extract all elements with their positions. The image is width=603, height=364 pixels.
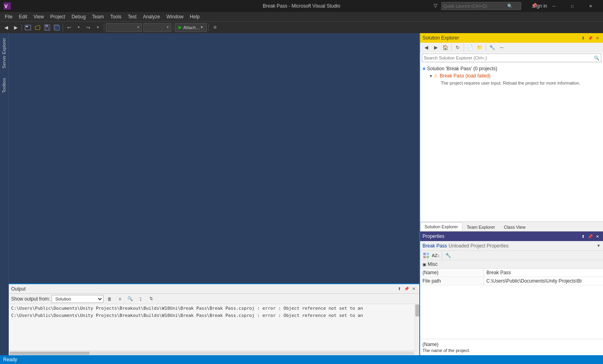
- output-close-button[interactable]: ✕: [411, 286, 417, 292]
- tb-solution-platform-dropdown[interactable]: ▼: [143, 23, 171, 32]
- minimize-button[interactable]: ─: [545, 0, 563, 12]
- se-tree: ■ Solution 'Break Pass' (0 projects) ▼ ⚠…: [420, 63, 603, 222]
- tb-open-button[interactable]: [33, 23, 42, 32]
- prop-category-button[interactable]: [422, 251, 430, 260]
- prop-alpha-button[interactable]: AZ↕: [431, 251, 440, 260]
- tb-redo-button[interactable]: ↪: [84, 23, 93, 32]
- output-line-1: C:\Users\Public\Documents\Unity Projects…: [11, 305, 412, 312]
- tb-save-all-button[interactable]: [52, 23, 61, 32]
- menu-file[interactable]: File: [2, 12, 16, 21]
- se-show-files-button[interactable]: ─: [497, 43, 506, 52]
- restore-button[interactable]: □: [563, 0, 581, 12]
- prop-content: ▣ Misc (Name) Break Pass File path C:\Us…: [420, 260, 603, 339]
- prop-section-misc-label: Misc: [428, 261, 438, 267]
- output-title-bar: Output ⬆ 📌 ✕: [9, 284, 419, 294]
- se-solution-node[interactable]: ■ Solution 'Break Pass' (0 projects): [420, 65, 603, 72]
- tb-separator-1: [22, 24, 22, 31]
- tb-undo-dropdown[interactable]: ▼: [74, 23, 83, 32]
- se-error-message: The project requires user input. Reload …: [420, 79, 603, 87]
- output-pin-button[interactable]: 📌: [403, 286, 410, 292]
- prop-header: Break Pass Unloaded Project Properties ▼: [420, 241, 603, 251]
- se-project-node[interactable]: ▼ ⚠ Break Pass (load failed): [420, 72, 603, 79]
- menu-tools[interactable]: Tools: [107, 12, 125, 21]
- tb-separator-3: [104, 24, 104, 31]
- tb-separator-4: [173, 24, 173, 31]
- menu-help[interactable]: Help: [186, 12, 203, 21]
- se-pin-button[interactable]: 📌: [587, 35, 593, 41]
- menu-analyze[interactable]: Analyze: [140, 12, 163, 21]
- prop-pin-button[interactable]: 📌: [587, 233, 593, 239]
- se-close-button[interactable]: ✕: [594, 35, 601, 41]
- se-search-input[interactable]: [422, 55, 592, 60]
- se-title: Solution Explorer: [422, 35, 580, 41]
- se-home-button[interactable]: 🏠: [441, 43, 450, 52]
- signin-button[interactable]: Sign in: [532, 3, 547, 9]
- svg-rect-8: [55, 26, 60, 30]
- menu-view[interactable]: View: [30, 12, 47, 21]
- output-hscrollbar[interactable]: [9, 350, 415, 355]
- prop-header-dropdown[interactable]: ▼: [597, 243, 601, 248]
- prop-value-filepath: C:\Users\Public\Documents\Unity Projects…: [484, 277, 603, 285]
- prop-expand-button[interactable]: ⬆: [580, 233, 586, 239]
- se-tab-team-explorer[interactable]: Team Explorer: [462, 222, 500, 231]
- output-content: C:\Users\Public\Documents\Unity Projects…: [9, 304, 415, 350]
- tb-forward-button[interactable]: ▶: [11, 23, 20, 32]
- se-add-button[interactable]: 📁: [475, 43, 484, 52]
- se-search-box[interactable]: 🔍: [422, 53, 601, 62]
- se-back-button[interactable]: ◀: [422, 43, 430, 52]
- menu-project[interactable]: Project: [47, 12, 68, 21]
- filter-icon[interactable]: ▽: [434, 3, 437, 8]
- tb-undo-button[interactable]: ↩: [65, 23, 73, 32]
- prop-key-name: (Name): [420, 269, 484, 277]
- prop-close-button[interactable]: ✕: [594, 233, 601, 239]
- output-extra-button[interactable]: ⇅: [147, 295, 155, 303]
- output-vscroll-thumb[interactable]: [415, 305, 419, 317]
- output-hscroll-thumb[interactable]: [10, 352, 89, 355]
- output-hscroll-track[interactable]: [10, 352, 414, 355]
- editor-area: Output ⬆ 📌 ✕ Show output from: Solution …: [9, 33, 419, 355]
- quick-launch-box[interactable]: 🔍: [441, 2, 521, 10]
- status-bar: Ready: [0, 355, 603, 364]
- tb-save-button[interactable]: [43, 23, 52, 32]
- tb-new-project-button[interactable]: [24, 23, 32, 32]
- output-word-wrap2[interactable]: ⤵: [136, 295, 145, 303]
- se-properties-button[interactable]: 🔧: [488, 43, 496, 52]
- svg-rect-12: [426, 256, 429, 258]
- se-forward-button[interactable]: ▶: [431, 43, 440, 52]
- output-bottom: C:\Users\Public\Documents\Unity Projects…: [9, 304, 419, 355]
- menu-window[interactable]: Window: [163, 12, 187, 21]
- prop-pages-button[interactable]: 🔧: [444, 251, 452, 260]
- close-button[interactable]: ✕: [581, 0, 600, 12]
- tb-attach-arrow[interactable]: ▼: [200, 26, 203, 29]
- tb-redo-dropdown[interactable]: ▼: [93, 23, 102, 32]
- menu-team[interactable]: Team: [89, 12, 107, 21]
- server-explorer-tab[interactable]: Server Explorer: [0, 33, 8, 73]
- se-tab-class-view[interactable]: Class View: [500, 222, 530, 231]
- toolbox-tab[interactable]: Toolbox: [0, 73, 8, 98]
- output-find-button[interactable]: 🔍: [126, 295, 135, 303]
- status-text: Ready: [3, 357, 17, 362]
- tb-solution-config-dropdown[interactable]: ▼: [106, 23, 142, 32]
- menu-edit[interactable]: Edit: [16, 12, 30, 21]
- prop-panel-controls: ⬆ 📌 ✕: [580, 233, 601, 239]
- se-expand-button[interactable]: ⬆: [580, 35, 586, 41]
- menu-test[interactable]: Test: [125, 12, 140, 21]
- se-tab-solution-explorer[interactable]: Solution Explorer: [420, 222, 462, 231]
- left-panel: Server Explorer Toolbox: [0, 33, 9, 355]
- tb-back-button[interactable]: ◀: [2, 23, 10, 32]
- se-toolbar: ◀ ▶ 🏠 ↻ 📄 📁 🔧 ─: [420, 43, 603, 52]
- prop-title-bar: Properties ⬆ 📌 ✕: [420, 231, 603, 241]
- tb-extra-button[interactable]: ⚙: [210, 23, 219, 32]
- menu-debug[interactable]: Debug: [68, 12, 89, 21]
- output-clear-button[interactable]: 🗑: [105, 295, 114, 303]
- se-project-arrow[interactable]: ▼: [429, 74, 433, 78]
- tb-attach-button[interactable]: ▶ Attach... ▼: [175, 23, 207, 32]
- output-vscrollbar[interactable]: [415, 304, 419, 355]
- se-new-solution-button[interactable]: 📄: [466, 43, 474, 52]
- se-sync-button[interactable]: ↻: [453, 43, 462, 52]
- output-source-select[interactable]: Solution Build Debug: [52, 295, 103, 303]
- output-expand-button[interactable]: ⬆: [396, 286, 403, 292]
- output-toggle-word-wrap[interactable]: ≡: [115, 295, 124, 303]
- quick-launch-input[interactable]: [442, 4, 506, 8]
- prop-section-misc-toggle[interactable]: ▣: [422, 262, 426, 267]
